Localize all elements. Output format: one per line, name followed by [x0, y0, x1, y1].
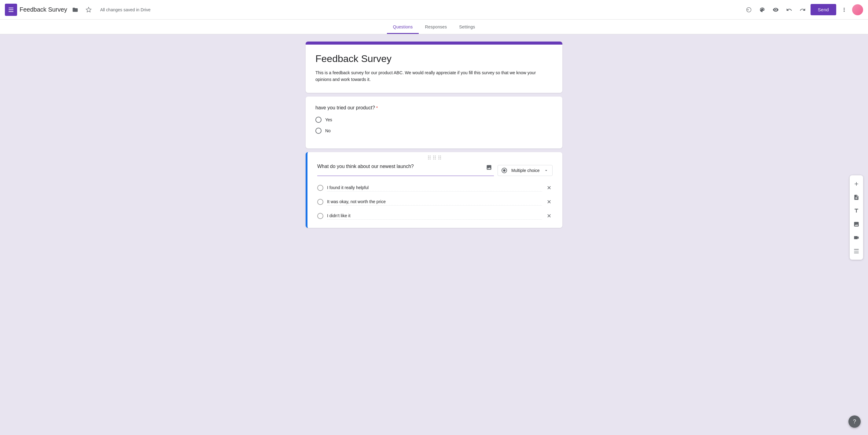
- choice-row-1: ✕: [307, 195, 562, 209]
- present-button[interactable]: [743, 4, 754, 15]
- choice-radio: [317, 213, 323, 219]
- question-2-card: ⠿⠿⠿ Multiple choice ✕ ✕: [306, 152, 562, 228]
- avatar[interactable]: [852, 4, 863, 15]
- choice-row-2: ✕: [307, 209, 562, 228]
- drag-handle: ⠿⠿⠿: [307, 152, 562, 163]
- main-content: Feedback Survey This is a feedback surve…: [0, 34, 868, 435]
- save-status: All changes saved in Drive: [100, 7, 151, 12]
- svg-rect-0: [8, 8, 13, 8]
- add-title-button[interactable]: [850, 205, 863, 217]
- topbar-right: Send: [743, 4, 863, 15]
- topbar: Feedback Survey All changes saved in Dri…: [0, 0, 868, 20]
- app-icon: [5, 4, 17, 16]
- choice-0-remove[interactable]: ✕: [546, 183, 553, 193]
- add-image-button[interactable]: [850, 218, 863, 230]
- svg-rect-2: [8, 11, 13, 12]
- help-button[interactable]: ?: [848, 415, 861, 428]
- question-1-text: have you tried our product?: [315, 105, 375, 110]
- star-button[interactable]: [83, 4, 94, 15]
- choice-2-input[interactable]: [327, 212, 542, 220]
- form-description: This is a feedback survey for our produc…: [315, 69, 553, 83]
- choice-radio: [317, 185, 323, 191]
- tabbar: Questions Responses Settings: [0, 20, 868, 34]
- option-label: Yes: [325, 117, 332, 122]
- tab-questions[interactable]: Questions: [387, 21, 419, 34]
- title-card: Feedback Survey This is a feedback surve…: [306, 41, 562, 93]
- doc-title: Feedback Survey: [20, 6, 67, 13]
- question-type-label: Multiple choice: [509, 168, 541, 173]
- title-card-body: Feedback Survey This is a feedback surve…: [306, 44, 562, 93]
- undo-button[interactable]: [784, 4, 795, 15]
- question-1-card: have you tried our product? * Yes No: [306, 97, 562, 148]
- svg-rect-1: [8, 9, 13, 10]
- radio-circle: [315, 117, 321, 123]
- choice-1-remove[interactable]: ✕: [546, 197, 553, 206]
- question-1-option-0[interactable]: Yes: [315, 117, 553, 123]
- palette-button[interactable]: [757, 4, 768, 15]
- choice-1-input[interactable]: [327, 198, 542, 206]
- question-1-option-1[interactable]: No: [315, 128, 553, 134]
- choice-row-0: ✕: [307, 181, 562, 195]
- add-section-button[interactable]: [850, 245, 863, 257]
- radio-circle: [315, 128, 321, 134]
- multiple-choice-icon: [501, 168, 507, 173]
- question-1-label: have you tried our product? *: [315, 105, 553, 110]
- add-question-button[interactable]: [850, 178, 863, 190]
- topbar-left: Feedback Survey All changes saved in Dri…: [5, 4, 743, 16]
- more-button[interactable]: [839, 4, 850, 15]
- import-question-button[interactable]: [850, 191, 863, 203]
- choice-2-remove[interactable]: ✕: [546, 211, 553, 221]
- choice-0-input[interactable]: [327, 184, 542, 192]
- preview-button[interactable]: [770, 4, 781, 15]
- choice-radio: [317, 199, 323, 205]
- folder-button[interactable]: [70, 4, 81, 15]
- option-label: No: [325, 128, 331, 133]
- question-2-input[interactable]: [317, 164, 482, 172]
- question-image-button[interactable]: [484, 163, 494, 173]
- question-type-selector[interactable]: Multiple choice: [498, 165, 553, 176]
- add-video-button[interactable]: [850, 232, 863, 244]
- side-toolbar: [850, 175, 863, 260]
- form-title[interactable]: Feedback Survey: [315, 53, 553, 64]
- required-star-1: *: [376, 105, 378, 110]
- question-1-body: have you tried our product? * Yes No: [306, 97, 562, 148]
- send-button[interactable]: Send: [810, 4, 836, 15]
- tab-settings[interactable]: Settings: [453, 21, 481, 34]
- redo-button[interactable]: [797, 4, 808, 15]
- tab-responses[interactable]: Responses: [419, 21, 453, 34]
